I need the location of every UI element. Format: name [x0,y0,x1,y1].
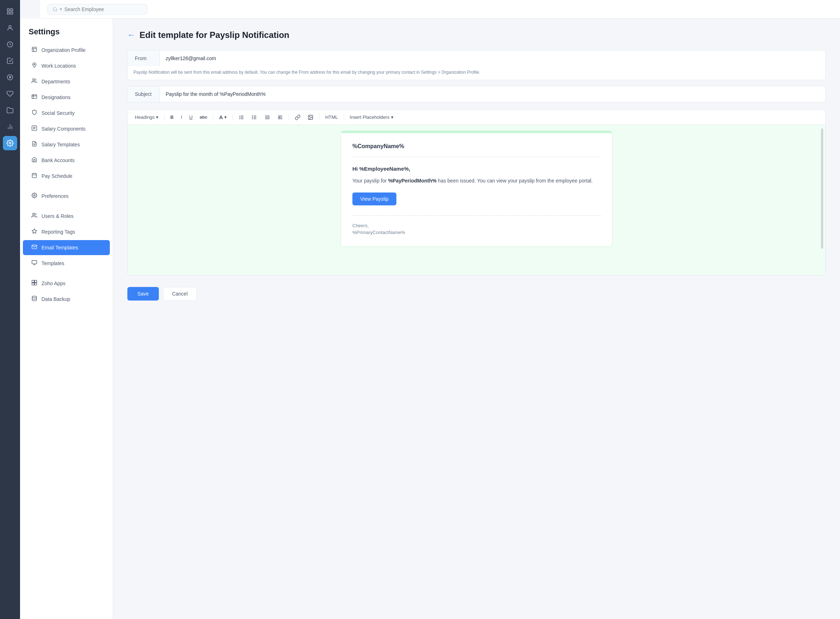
sidebar-item-zoho-apps[interactable]: Zoho Apps [23,276,110,291]
svg-point-11 [53,7,57,10]
back-button[interactable]: ← [127,30,135,40]
svg-point-15 [33,79,34,81]
search-icon [52,7,58,12]
html-button[interactable]: HTML [322,113,341,121]
designations-icon [31,94,37,101]
svg-rect-13 [32,47,36,52]
svg-point-41 [252,115,253,116]
toolbar-separator [164,114,164,121]
sidebar-item-work-locations[interactable]: Work Locations [23,58,110,73]
nav-dashboard[interactable] [3,4,17,19]
salary-templates-icon [31,141,37,148]
search-input[interactable] [64,6,136,12]
link-icon [295,115,300,120]
svg-point-43 [252,118,253,119]
svg-rect-20 [32,173,36,178]
nav-person[interactable] [3,21,17,35]
departments-icon [31,78,37,85]
svg-point-4 [9,25,12,28]
sidebar-item-designations[interactable]: Designations [23,90,110,105]
email-company-name: %CompanyName% [353,143,601,157]
headings-dropdown[interactable]: Headings ▾ [132,113,161,121]
underline-button[interactable]: U [186,113,195,121]
indent-button[interactable] [274,113,286,122]
svg-rect-33 [35,283,37,285]
sidebar-item-bank-accounts[interactable]: Bank Accounts [23,153,110,168]
sidebar-label-salary-components: Salary Components [42,126,85,132]
sidebar-item-data-backup[interactable]: Data Backup [23,292,110,307]
sidebar-item-salary-components[interactable]: Salary Components [23,121,110,136]
sidebar-item-reporting-tags[interactable]: Reporting Tags [23,224,110,239]
nav-checklist[interactable] [3,54,17,68]
svg-rect-32 [32,283,34,285]
nav-reports[interactable] [3,120,17,134]
sidebar-item-org-profile[interactable]: Organization Profile [23,43,110,58]
svg-point-51 [309,116,310,117]
bold-button[interactable]: B [167,113,176,121]
sidebar-item-preferences[interactable]: Preferences [23,188,110,203]
sidebar-label-org-profile: Organization Profile [42,47,85,53]
sidebar-item-pay-schedule[interactable]: Pay Schedule [23,169,110,184]
sidebar-label-pay-schedule: Pay Schedule [42,173,72,179]
from-value: zyllker126@gmail.com [160,51,825,66]
templates-icon [31,260,37,267]
save-button[interactable]: Save [127,287,159,301]
nav-payroll[interactable] [3,70,17,84]
sidebar-label-social-security: Social Security [42,110,75,116]
sidebar-label-preferences: Preferences [42,193,68,199]
strikethrough-button[interactable]: abc [197,113,210,121]
view-payslip-button[interactable]: View Payslip [353,193,396,205]
search-dropdown-arrow[interactable]: ▾ [60,6,62,12]
from-hint: Payslip Notification will be sent from t… [128,66,825,80]
align-button[interactable] [262,113,273,122]
page-title: Edit template for Payslip Notification [139,30,289,40]
sidebar-item-departments[interactable]: Departments [23,74,110,89]
svg-point-14 [34,64,35,65]
sidebar-label-email-templates: Email Templates [42,245,78,250]
nav-clock[interactable] [3,37,17,52]
sidebar: Settings Organization Profile Work Locat… [20,19,113,619]
sidebar-label-reporting-tags: Reporting Tags [42,229,75,235]
sidebar-item-salary-templates[interactable]: Salary Templates [23,137,110,152]
svg-rect-1 [11,9,13,11]
main-content: ← Edit template for Payslip Notification… [113,19,840,619]
sidebar-item-email-templates[interactable]: Email Templates [23,240,110,255]
insert-placeholders-button[interactable]: Insert Placeholders ▾ [347,113,396,121]
svg-point-25 [33,213,34,215]
sidebar-label-work-locations: Work Locations [42,63,76,69]
ordered-list-button[interactable] [236,113,247,122]
toolbar-separator-3 [233,114,233,121]
sidebar-label-templates: Templates [42,260,64,266]
ordered-list-icon [239,115,244,120]
data-backup-icon [31,296,37,303]
search-container[interactable]: ▾ [47,4,147,15]
nav-settings[interactable] [3,136,17,150]
editor-body[interactable]: %CompanyName% Hi %EmployeeName%, Your pa… [128,125,825,275]
svg-rect-16 [32,95,36,99]
image-button[interactable] [305,113,316,122]
sidebar-item-social-security[interactable]: Social Security [23,106,110,121]
nav-benefits[interactable] [3,87,17,101]
preferences-icon [31,193,37,200]
sidebar-label-users-roles: Users & Roles [42,213,73,219]
svg-rect-30 [32,280,34,282]
unordered-list-button[interactable] [249,113,260,122]
indent-icon [277,115,283,120]
sidebar-item-templates[interactable]: Templates [23,256,110,271]
icon-navigation [0,0,20,619]
font-size-button[interactable]: A ▾ [216,113,230,122]
svg-rect-2 [7,12,10,14]
sidebar-label-salary-templates: Salary Templates [42,142,80,147]
sidebar-item-users-roles[interactable]: Users & Roles [23,209,110,224]
unordered-list-icon [251,115,257,120]
email-editor: Headings ▾ B I U abc A ▾ [127,109,826,275]
topbar: ▾ [40,0,840,19]
italic-button[interactable]: I [178,113,185,121]
pay-schedule-icon [31,172,37,179]
email-preview: %CompanyName% Hi %EmployeeName%, Your pa… [341,131,613,247]
action-row: Save Cancel [127,284,826,306]
cancel-button[interactable]: Cancel [163,287,197,301]
nav-files[interactable] [3,103,17,117]
subject-input[interactable] [160,86,825,102]
link-button[interactable] [292,113,303,122]
